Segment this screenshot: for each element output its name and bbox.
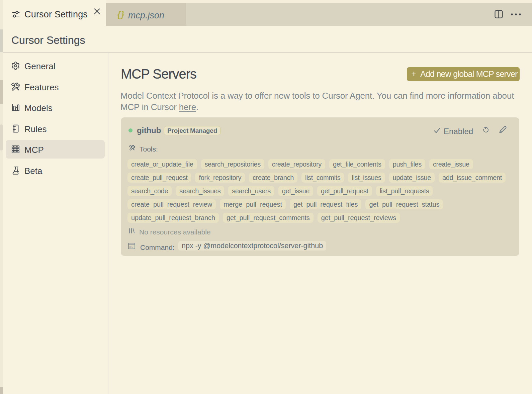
svg-text:C:\: C:\ — [129, 245, 133, 249]
